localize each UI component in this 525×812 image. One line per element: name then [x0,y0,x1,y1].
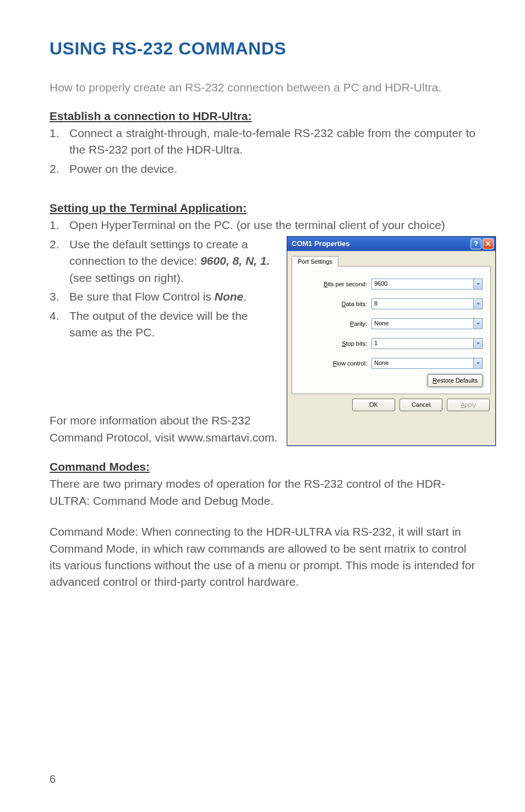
command-modes-para-2: Command Mode: When connecting to the HDR… [50,524,475,591]
list-item: 2.Use the default settings to create a c… [50,236,278,286]
list-item-text: Open HyperTerminal on the PC. (or use th… [69,219,445,231]
help-button[interactable]: ? [471,238,482,249]
field-parity: Parity: None [300,318,483,329]
label-flow-control: Flow control: [300,360,371,367]
list-item: 1.Open HyperTerminal on the PC. (or use … [50,217,475,233]
list-item: 3.Be sure that Flow Control is None. [50,288,278,305]
combo-value: None [372,358,473,368]
chevron-down-icon[interactable] [473,358,482,368]
chevron-down-icon[interactable] [473,279,482,289]
combo-data-bits[interactable]: 8 [371,298,483,309]
close-icon: ✕ [485,240,491,248]
field-flow-control: Flow control: None [300,358,483,369]
list-item-text: Use the default settings to create a con… [69,238,270,284]
label-stop-bits: Stop bits: [300,340,371,347]
combo-stop-bits[interactable]: 1 [371,338,483,349]
combo-value: 9600 [372,279,473,289]
field-bits-per-second: Bits per second: 9600 [300,279,483,290]
field-data-bits: Data bits: 8 [300,298,483,309]
section-heading-terminal: Setting up the Terminal Application: [50,201,475,215]
label-parity: Parity: [300,320,371,327]
combo-value: 1 [372,339,473,348]
field-stop-bits: Stop bits: 1 [300,338,483,349]
list-item-text: The output of the device will be the sam… [69,309,248,339]
combo-parity[interactable]: None [371,318,483,329]
chevron-down-icon[interactable] [473,339,482,348]
help-icon: ? [474,240,478,248]
terminal-after-text: For more information about the RS-232 Co… [50,412,278,446]
list-item-text: Connect a straight-through, male-to-fema… [69,127,475,156]
ok-button[interactable]: OK [352,399,395,411]
apply-button[interactable]: Apply [447,399,490,411]
list-item-text: Power on the device. [69,162,177,175]
establish-list: 1.Connect a straight-through, male-to-fe… [50,125,475,177]
list-item: 4.The output of the device will be the s… [50,308,278,341]
tab-port-settings[interactable]: Port Settings [292,256,338,266]
command-modes-para-1: There are two primary modes of operation… [50,476,475,509]
section-heading-command-modes: Command Modes: [50,460,475,473]
dialog-title: COM1 Properties [292,239,469,248]
restore-defaults-button[interactable]: Restore Defaults [428,374,483,387]
page-number: 6 [50,773,56,786]
list-item: 1.Connect a straight-through, male-to-fe… [50,125,475,159]
list-item-text: Be sure that Flow Control is None. [69,290,247,303]
com-properties-dialog: COM1 Properties ? ✕ Port Settings Bits p… [287,236,496,446]
close-button[interactable]: ✕ [483,238,494,249]
chevron-down-icon[interactable] [473,299,482,309]
combo-bits-per-second[interactable]: 9600 [371,279,483,290]
label-data-bits: Data bits: [300,301,371,307]
terminal-list-cont: 2.Use the default settings to create a c… [50,236,278,341]
combo-value: 8 [372,299,473,309]
intro-text: How to properly create an RS-232 connect… [50,81,475,94]
tab-pane: Bits per second: 9600 Data bits: 8 [292,266,491,394]
combo-value: None [372,319,473,329]
terminal-list: 1.Open HyperTerminal on the PC. (or use … [50,217,475,233]
list-item: 2.Power on the device. [50,161,475,177]
chevron-down-icon[interactable] [473,319,482,329]
combo-flow-control[interactable]: None [371,358,483,369]
label-bits-per-second: Bits per second: [300,281,371,287]
dialog-titlebar[interactable]: COM1 Properties ? ✕ [287,237,495,251]
page-title: USING RS-232 COMMANDS [50,39,475,59]
cancel-button[interactable]: Cancel [400,399,442,411]
section-heading-establish: Establish a connection to HDR-Ultra: [50,110,475,123]
